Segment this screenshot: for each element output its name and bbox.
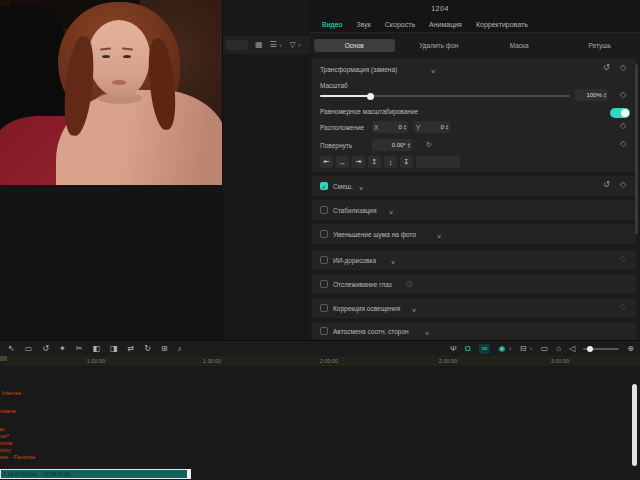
grid-view-icon[interactable]: ▦ (255, 41, 263, 49)
blend-label[interactable]: Смеш. (333, 183, 353, 190)
tab-animation[interactable]: Анимация (429, 21, 462, 28)
crop-icon[interactable]: ⊞ (161, 344, 168, 354)
align-right-button[interactable]: ⇥ (352, 156, 365, 168)
audio-tool-icon[interactable]: ♪ (178, 344, 182, 354)
blend-keyframe-icon[interactable]: ◇ (620, 181, 626, 189)
audio-clip-label[interactable]: rue* (0, 433, 9, 439)
subtab-basic[interactable]: Основ (314, 39, 395, 52)
auto-aspect-label[interactable]: Автосмена соотн. сторон (333, 328, 409, 335)
eye-tracking-label[interactable]: Отслеживание глаз (333, 281, 392, 288)
subtab-retouch[interactable]: Ретушь (560, 42, 640, 49)
microphone-icon[interactable]: Ψ (450, 344, 457, 354)
lighting-checkbox[interactable] (320, 304, 328, 312)
transform-reset-icon[interactable]: ↺ (603, 64, 610, 72)
auto-aspect-checkbox[interactable] (320, 327, 328, 335)
undo-icon[interactable]: ↺ (42, 344, 49, 354)
preview-axis-icon[interactable]: ◉ (498, 344, 505, 354)
scale-slider[interactable] (320, 95, 570, 97)
magic-wand-icon[interactable]: ✦ (59, 344, 66, 354)
audio-clip-label[interactable]: vorite (0, 440, 13, 446)
tab-audio[interactable]: Звук (356, 21, 370, 28)
ai-inpaint-keyframe-icon[interactable]: ◇ (620, 255, 626, 263)
tab-video[interactable]: Видео (322, 21, 342, 28)
stabilization-label[interactable]: Стабилизация (333, 207, 376, 214)
clip-trim-handle[interactable] (187, 470, 190, 478)
mirror-icon[interactable]: ⇄ (128, 344, 135, 354)
align-left-button[interactable]: ⇤ (320, 156, 333, 168)
magnet-icon[interactable]: Ω (465, 344, 471, 354)
search-input[interactable] (226, 40, 248, 50)
tab-speed[interactable]: Скорость (385, 21, 415, 28)
auto-aspect-chevron-icon[interactable]: ∨ (424, 330, 430, 336)
audio-clip-label[interactable]: ture · Favorite (0, 454, 35, 460)
position-x-stepper[interactable]: ▴ ▾ (404, 124, 406, 131)
selected-video-clip[interactable]: 2 14-07-00.mkv 07:04:47:09 (0, 469, 191, 479)
filter-icon[interactable]: ▽ (289, 41, 295, 49)
ai-inpaint-chevron-icon[interactable]: ∨ (390, 259, 396, 265)
trim-right-icon[interactable]: ◨ (110, 344, 118, 354)
tracks-scrollbar[interactable] (632, 384, 637, 466)
align-center-h-button[interactable]: ↔ (336, 156, 349, 168)
audio-clip-label[interactable]: stroy (0, 447, 11, 453)
stepper-down-icon[interactable]: ▾ (408, 145, 410, 149)
rotate-icon[interactable]: ↻ (144, 344, 151, 354)
home-icon[interactable]: ⌂ (556, 344, 561, 354)
denoise-label[interactable]: Уменьшение шума на фото (333, 231, 416, 238)
scale-stepper[interactable]: ▴ ▾ (604, 92, 606, 99)
blend-chevron-icon[interactable]: ∨ (358, 185, 364, 191)
zoom-in-icon[interactable]: ⊕ (627, 344, 634, 354)
blend-checkbox[interactable]: ✓ (320, 182, 328, 190)
tool-dropdown-icon[interactable]: ⊟ (520, 344, 527, 354)
stabilization-chevron-icon[interactable]: ∨ (388, 209, 394, 215)
ai-inpaint-label[interactable]: ИИ-дорисовка (333, 257, 376, 264)
position-y-box[interactable]: Y 0 ▴ ▾ (414, 121, 450, 133)
select-tool-icon[interactable]: ↖ (8, 344, 15, 354)
lighting-keyframe-icon[interactable]: ◇ (620, 303, 626, 311)
tab-adjust[interactable]: Корректировать (476, 21, 528, 28)
position-y-stepper[interactable]: ▴ ▾ (446, 124, 448, 131)
rotate-value-box[interactable]: 0.00° ▴ ▾ (372, 139, 412, 151)
zoom-slider-knob[interactable] (587, 346, 593, 352)
blend-reset-icon[interactable]: ↺ (603, 181, 610, 189)
inspector-scrollbar[interactable] (635, 64, 638, 234)
align-top-button[interactable]: ↥ (368, 156, 381, 168)
stabilization-checkbox[interactable] (320, 206, 328, 214)
stepper-down-icon[interactable]: ▾ (446, 127, 448, 131)
display-icon[interactable]: ▭ (541, 344, 549, 354)
transform-chevron-icon[interactable]: ∨ (430, 68, 436, 74)
transform-keyframe-icon[interactable]: ◇ (620, 64, 626, 72)
split-icon[interactable]: ✂ (76, 344, 83, 354)
transform-title[interactable]: Трансформация (замена) (320, 66, 397, 73)
speaker-icon[interactable]: ◁ (569, 344, 575, 354)
timeline-zoom-slider[interactable] (583, 348, 619, 350)
position-x-box[interactable]: X 0 ▴ ▾ (372, 121, 408, 133)
track-tool-icon[interactable]: ▭ (25, 344, 33, 354)
audio-clip-label[interactable]: Insane (0, 408, 16, 414)
align-bottom-button[interactable]: ↧ (400, 156, 413, 168)
subtab-mask[interactable]: Маска (479, 42, 560, 49)
timeline-ruler[interactable]: 1:00:00 1:30:00 2:00:00 2:30:00 3:00:00 (0, 356, 640, 366)
stepper-down-icon[interactable]: ▾ (604, 95, 606, 99)
trim-left-icon[interactable]: ◧ (92, 344, 100, 354)
eye-tracking-checkbox[interactable] (320, 280, 328, 288)
scale-value-box[interactable]: 100% ▴ ▾ (575, 89, 608, 101)
scale-slider-thumb[interactable] (367, 93, 374, 100)
audio-clip-label[interactable]: · Intense (0, 390, 21, 396)
scale-keyframe-icon[interactable]: ◇ (620, 91, 626, 99)
auto-link-icon[interactable]: ∞ (479, 344, 491, 354)
audio-clip-label[interactable]: ap (0, 426, 5, 432)
rotate-stepper[interactable]: ▴ ▾ (408, 142, 410, 149)
rotate-90-icon[interactable]: ↻ (426, 141, 432, 149)
ai-inpaint-checkbox[interactable] (320, 256, 328, 264)
list-view-icon[interactable]: ☰ (270, 41, 277, 49)
stepper-down-icon[interactable]: ▾ (404, 127, 406, 131)
denoise-checkbox[interactable] (320, 230, 328, 238)
denoise-chevron-icon[interactable]: ∨ (436, 233, 442, 239)
align-center-v-button[interactable]: ↕ (384, 156, 397, 168)
rotate-keyframe-icon[interactable]: ◇ (620, 140, 626, 148)
lighting-label[interactable]: Коррекция освещения (333, 305, 400, 312)
uniform-scale-toggle[interactable] (610, 108, 630, 118)
subtab-remove-bg[interactable]: Удалить фон (399, 42, 480, 49)
position-keyframe-icon[interactable]: ◇ (620, 122, 626, 130)
lighting-chevron-icon[interactable]: ∨ (411, 307, 417, 313)
